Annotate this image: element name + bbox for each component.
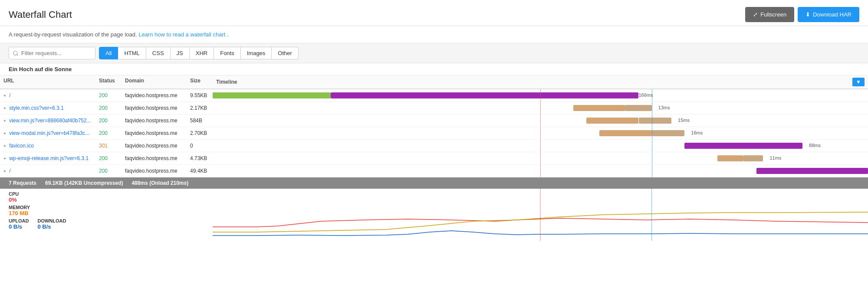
url-value[interactable]: / <box>9 168 10 174</box>
filter-tab-js[interactable]: JS <box>171 47 190 59</box>
rows-container: + / 200 faqvideo.hostpress.me 9.55KB 166… <box>0 89 868 177</box>
url-value[interactable]: favicon.ico <box>9 143 34 149</box>
vertical-line-red <box>540 89 541 102</box>
filter-tab-other[interactable]: Other <box>272 47 299 59</box>
network-metric: UPLOAD 0 B/s DOWNLOAD 0 B/s <box>9 218 204 230</box>
expand-icon[interactable]: + <box>3 169 6 174</box>
table-row: + / 200 faqvideo.hostpress.me 9.55KB 166… <box>0 89 868 102</box>
url-value[interactable]: / <box>9 92 10 98</box>
col-status: Status <box>99 78 125 86</box>
timeline-bar-primary <box>756 168 868 174</box>
url-value[interactable]: view.min.js?ver=886680af40b752... <box>9 118 91 124</box>
expand-icon[interactable]: + <box>3 118 6 123</box>
timeline-dropdown-button[interactable]: ▼ <box>852 78 865 86</box>
expand-icon[interactable]: + <box>3 106 6 111</box>
vertical-line-blue <box>652 127 652 139</box>
table-row: + style.min.css?ver=6.3.1 200 faqvideo.h… <box>0 102 868 115</box>
timeline-bar-secondary <box>625 105 651 111</box>
cell-timeline: 145ms <box>213 165 868 177</box>
vertical-line-blue <box>652 115 652 127</box>
cell-status: 200 <box>95 153 122 164</box>
timeline-bar-primary <box>684 143 802 149</box>
cell-timeline: 16ms <box>213 127 868 139</box>
timeline-bar-primary <box>586 118 639 124</box>
metrics-panel: CPU 0% MEMORY 170 MB UPLOAD 0 B/s DOWNLO… <box>0 189 213 242</box>
filter-tab-css[interactable]: CSS <box>146 47 171 59</box>
bottom-section: CPU 0% MEMORY 170 MB UPLOAD 0 B/s DOWNLO… <box>0 189 868 242</box>
vertical-line-red <box>540 165 541 177</box>
vertical-line-blue <box>652 140 652 152</box>
subtitle-section: A request-by-request visualization of th… <box>0 26 868 43</box>
vertical-line-blue <box>652 102 652 114</box>
expand-icon[interactable]: + <box>3 144 6 148</box>
cell-url: + favicon.ico <box>0 141 95 151</box>
cell-url: + / <box>0 90 95 101</box>
cell-status: 200 <box>95 90 122 101</box>
cell-timeline: 13ms <box>213 102 868 114</box>
table-row: + view-modal.min.js?ver=b478fa3c... 200 … <box>0 127 868 140</box>
filter-tab-images[interactable]: Images <box>241 47 272 59</box>
cell-size: 49.4KB <box>187 166 213 176</box>
cell-size: 4.73KB <box>187 153 213 164</box>
cell-domain: faqvideo.hostpress.me <box>122 166 187 176</box>
cell-url: + / <box>0 166 95 176</box>
vertical-line-red <box>540 140 541 152</box>
timeline-bar-primary <box>213 92 331 98</box>
filter-tab-fonts[interactable]: Fonts <box>214 47 241 59</box>
expand-icon[interactable]: + <box>3 156 6 161</box>
cell-url: + view.min.js?ver=886680af40b752... <box>0 115 95 126</box>
timeline-label: 15ms <box>678 118 690 123</box>
url-value[interactable]: wp-emoji-release.min.js?ver=6.3.1 <box>9 155 89 161</box>
learn-more-link[interactable]: Learn how to read a waterfall chart <box>138 31 225 38</box>
cell-status: 200 <box>95 128 122 138</box>
filter-bar: AllHTMLCSSJSXHRFontsImagesOther <box>0 43 868 63</box>
timeline-bar-primary <box>599 130 652 136</box>
filter-tab-all[interactable]: All <box>99 47 118 59</box>
cpu-metric: CPU 0% <box>9 191 204 203</box>
cell-size: 2.17KB <box>187 103 213 113</box>
fullscreen-button[interactable]: ⤢ Fullscreen <box>745 7 794 22</box>
cell-size: 0 <box>187 141 213 151</box>
timeline-bar-secondary <box>331 92 639 98</box>
vertical-line-blue <box>652 152 652 164</box>
cell-url: + wp-emoji-release.min.js?ver=6.3.1 <box>0 153 95 164</box>
cell-size: 9.55KB <box>187 90 213 101</box>
expand-icon[interactable]: + <box>3 131 6 136</box>
page-title: Waterfall Chart <box>9 9 72 20</box>
cell-url: + style.min.css?ver=6.3.1 <box>0 103 95 113</box>
col-timeline: Timeline <box>216 79 237 85</box>
download-har-button[interactable]: ⬇ Download HAR <box>798 7 859 22</box>
cell-timeline: 88ms <box>213 140 868 152</box>
url-value[interactable]: view-modal.min.js?ver=b478fa3c... <box>9 130 89 136</box>
cell-status: 200 <box>95 166 122 176</box>
url-value[interactable]: style.min.css?ver=6.3.1 <box>9 105 64 111</box>
cell-timeline: 166ms <box>213 89 868 102</box>
filter-input[interactable] <box>9 47 95 59</box>
filter-tab-html[interactable]: HTML <box>118 47 146 59</box>
fullscreen-icon: ⤢ <box>753 11 758 18</box>
page-header: Waterfall Chart ⤢ Fullscreen ⬇ Download … <box>0 0 868 26</box>
cell-status: 200 <box>95 115 122 126</box>
metrics-chart <box>213 189 868 241</box>
timeline-bar-secondary <box>652 130 685 136</box>
vertical-line-blue <box>652 165 652 177</box>
expand-icon[interactable]: + <box>3 93 6 98</box>
filter-tab-xhr[interactable]: XHR <box>190 47 214 59</box>
col-url: URL <box>3 78 99 86</box>
table-row: + view.min.js?ver=886680af40b752... 200 … <box>0 115 868 127</box>
cell-timeline: 15ms <box>213 115 868 127</box>
cell-size: 584B <box>187 115 213 126</box>
chart-panel <box>213 189 868 242</box>
cell-timeline: 11ms <box>213 152 868 164</box>
timeline-label: 88ms <box>809 143 821 148</box>
col-size: Size <box>190 78 216 86</box>
cell-status: 200 <box>95 103 122 113</box>
timeline-label: 11ms <box>770 155 782 161</box>
timeline-bar-secondary <box>743 155 763 161</box>
cell-domain: faqvideo.hostpress.me <box>122 128 187 138</box>
col-domain: Domain <box>125 78 190 86</box>
timeline-label: 166ms <box>639 92 653 98</box>
cell-size: 2.70KB <box>187 128 213 138</box>
cell-domain: faqvideo.hostpress.me <box>122 141 187 151</box>
table-row: + favicon.ico 301 faqvideo.hostpress.me … <box>0 140 868 152</box>
